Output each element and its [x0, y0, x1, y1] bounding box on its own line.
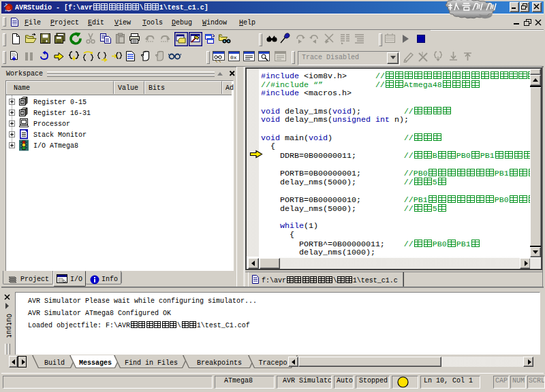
svg-text:0x: 0x [230, 54, 237, 61]
